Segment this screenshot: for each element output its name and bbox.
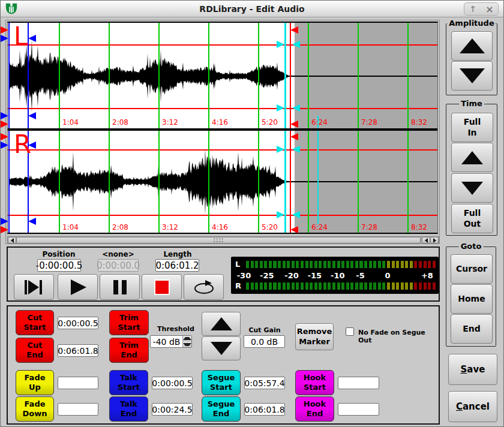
gain-down-button[interactable] (202, 336, 241, 360)
talk-start-marker-icon[interactable] (1, 218, 8, 225)
time-gridline (358, 23, 359, 233)
trim-start-button[interactable]: Trim Start (109, 310, 149, 335)
talk-end-marker-icon[interactable] (28, 112, 36, 119)
goto-home-button[interactable]: Home (451, 284, 493, 314)
meter-segment (255, 282, 258, 290)
full-in-button[interactable]: Full In (451, 113, 493, 142)
amplitude-down-button[interactable] (451, 61, 493, 91)
length-field[interactable]: 0:06:01.2 (155, 259, 199, 272)
meter-segment (319, 282, 322, 290)
meter-segment (319, 261, 322, 268)
save-button-label: Save (461, 364, 485, 375)
fade-up-field[interactable] (58, 377, 98, 389)
play-button[interactable] (58, 274, 98, 300)
secondary-counter-label: <none> (91, 250, 145, 258)
cut-start-marker-icon[interactable] (1, 26, 8, 34)
cut-gain-field[interactable]: 0.0 dB (244, 335, 285, 348)
segue-end-marker-icon[interactable] (292, 146, 300, 153)
cut-start-marker-icon[interactable] (1, 226, 8, 233)
cut-end-marker-icon[interactable] (290, 226, 298, 233)
loop-button[interactable] (184, 274, 224, 300)
segue-end-marker-icon[interactable] (292, 41, 300, 48)
hook-start-button[interactable]: Hook Start (295, 370, 334, 395)
threshold-spinbox[interactable]: -40 dB (150, 335, 192, 348)
time-ruler-label: 7:28 (361, 118, 377, 127)
trim-end-button[interactable]: Trim End (109, 338, 149, 363)
segue-start-marker-icon[interactable] (277, 41, 284, 48)
time-zoom-out-button[interactable] (451, 173, 493, 203)
channel-separator (8, 128, 437, 131)
segue-start-line[interactable] (284, 23, 286, 233)
talk-end-marker-icon[interactable] (28, 142, 36, 149)
shade-window-icon[interactable]: ↑ (464, 3, 481, 15)
scroll-right-button[interactable] (430, 237, 439, 243)
no-fade-checkbox[interactable] (346, 327, 354, 336)
remove-marker-button[interactable]: Remove Marker (295, 323, 334, 350)
full-out-button[interactable]: Full Out (451, 204, 493, 233)
talk-end-marker-icon[interactable] (28, 35, 36, 42)
waveform-view[interactable]: 1:041:042:082:083:123:124:164:165:205:20… (7, 22, 438, 234)
cut-end-marker-icon[interactable] (290, 133, 298, 140)
play-from-start-button[interactable] (14, 274, 54, 300)
fade-up-button[interactable]: Fade Up (16, 370, 54, 395)
segue-aux-line[interactable] (317, 116, 319, 224)
cut-end-button[interactable]: Cut End (16, 338, 54, 363)
talk-end-field[interactable]: 0:00:24.5 (152, 403, 193, 416)
cut-start-marker-icon[interactable] (1, 133, 8, 140)
cut-end-marker-icon[interactable] (290, 121, 298, 128)
meter-segment (428, 261, 431, 268)
talk-start-line[interactable] (8, 23, 10, 233)
edit-audio-window: RDLibrary - Edit Audio ↑ × 1:041:042:082… (0, 0, 504, 427)
talk-start-marker-icon[interactable] (1, 35, 8, 42)
talk-end-marker-icon[interactable] (28, 218, 36, 225)
talk-start-field[interactable]: 0:00:00.5 (152, 377, 193, 389)
time-zoom-in-button[interactable] (451, 143, 493, 172)
scrollbar-thumb[interactable] (16, 237, 421, 243)
spin-up-button[interactable] (183, 336, 191, 342)
fade-down-button[interactable]: Fade Down (16, 396, 54, 422)
cut-end-marker-icon[interactable] (290, 26, 298, 34)
fade-down-field[interactable] (58, 403, 98, 416)
gain-up-button[interactable] (202, 312, 241, 336)
segue-start-marker-icon[interactable] (277, 146, 284, 153)
spin-down-button[interactable] (183, 342, 191, 348)
position-field[interactable]: -0:00:00.5 (37, 259, 81, 272)
amplitude-up-button[interactable] (451, 31, 493, 61)
cut-end-line[interactable] (290, 23, 291, 233)
segue-end-field[interactable]: 0:06:01.8 (244, 403, 285, 416)
segue-end-marker-icon[interactable] (292, 104, 300, 112)
hook-start-field[interactable] (338, 377, 379, 389)
pause-button[interactable] (100, 274, 140, 300)
close-window-icon[interactable]: × (481, 3, 498, 15)
hook-end-field[interactable] (338, 403, 379, 416)
cancel-button[interactable]: Cancel (448, 391, 497, 422)
talk-end-line[interactable] (28, 23, 29, 233)
meter-segment (328, 261, 331, 268)
segue-start-marker-icon[interactable] (277, 211, 284, 218)
segue-end-marker-icon[interactable] (292, 211, 300, 218)
segue-start-button[interactable]: Segue Start (202, 370, 241, 395)
goto-cursor-button[interactable]: Cursor (451, 254, 493, 284)
title-bar[interactable]: RDLibrary - Edit Audio ↑ × (1, 1, 503, 17)
talk-start-button[interactable]: Talk Start (109, 370, 148, 395)
cut-start-button[interactable]: Cut Start (16, 310, 54, 335)
scroll-left-button-2[interactable] (422, 237, 430, 243)
hook-end-button[interactable]: Hook End (295, 396, 334, 422)
talk-start-marker-icon[interactable] (1, 142, 8, 149)
window-controls: ↑ × (464, 2, 499, 16)
segue-end-button[interactable]: Segue End (202, 396, 241, 422)
talk-end-button[interactable]: Talk End (109, 396, 148, 422)
meter-segment (346, 261, 349, 268)
cut-start-field[interactable]: 0:00:00.5 (58, 317, 98, 329)
segue-start-marker-icon[interactable] (277, 104, 284, 112)
meter-segment (392, 282, 395, 290)
waveform-scrollbar[interactable] (7, 236, 439, 244)
save-button[interactable]: Save (448, 354, 497, 385)
cut-end-field[interactable]: 0:06:01.8 (58, 344, 98, 357)
segue-start-field[interactable]: 0:05:57.4 (244, 377, 285, 389)
scroll-left-button[interactable] (8, 237, 16, 243)
talk-start-marker-icon[interactable] (1, 112, 8, 119)
stop-button[interactable] (142, 274, 182, 300)
cut-start-marker-icon[interactable] (1, 121, 8, 128)
goto-end-button[interactable]: End (451, 314, 493, 344)
